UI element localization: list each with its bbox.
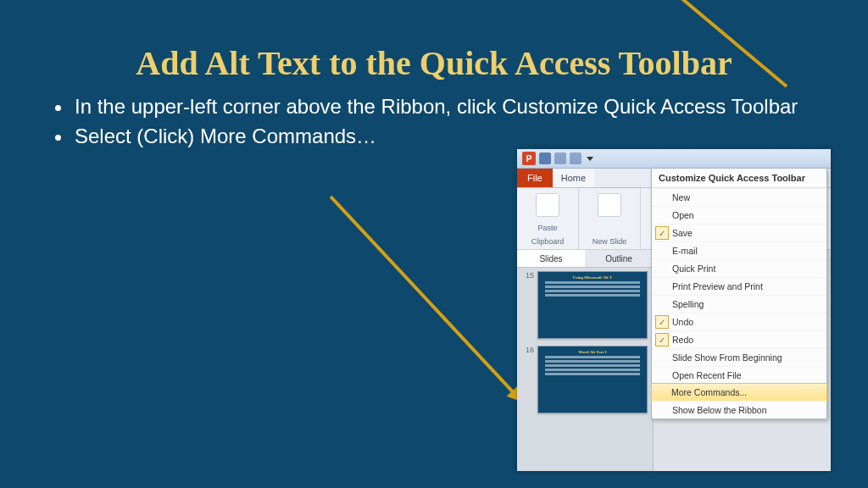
- preview-title: Word Alt Text I: [542, 350, 643, 354]
- menu-item-label: E-mail: [672, 246, 698, 256]
- paste-label: Paste: [522, 224, 573, 232]
- paste-icon: [536, 193, 559, 217]
- menu-item-label: Open: [672, 210, 694, 220]
- slides-group: New Slide: [579, 188, 641, 249]
- qat-dropdown-menu: Customize Quick Access Toolbar NewOpen✓S…: [651, 168, 827, 419]
- redo-icon: [570, 152, 581, 164]
- menu-item-label: Print Preview and Print: [672, 281, 763, 291]
- bullet-item: In the upper-left corner above the Ribbo…: [73, 95, 817, 119]
- menu-item-label: Undo: [672, 317, 693, 327]
- menu-item[interactable]: More Commands...: [651, 383, 827, 402]
- file-tab: File: [517, 169, 553, 187]
- slide-number: 15: [522, 271, 534, 339]
- menu-item[interactable]: Slide Show From Beginning: [652, 348, 826, 366]
- clipboard-label: Clipboard: [522, 237, 573, 246]
- menu-item-label: Show Below the Ribbon: [672, 405, 767, 415]
- clipboard-group: Paste Clipboard: [517, 188, 579, 249]
- slide-preview: Word Alt Text I: [537, 346, 648, 413]
- chevron-down-icon: [587, 157, 593, 161]
- menu-item-label: Slide Show From Beginning: [672, 352, 782, 363]
- menu-item[interactable]: Print Preview and Print: [652, 277, 826, 295]
- bullet-item: Select (Click) More Commands…: [73, 125, 817, 149]
- powerpoint-screenshot: P File Home Paste Clipboard New Slide Sl…: [517, 149, 831, 471]
- menu-header: Customize Quick Access Toolbar: [652, 169, 826, 188]
- menu-item[interactable]: New: [652, 188, 826, 206]
- slide-thumbnail: 16 Word Alt Text I: [522, 346, 648, 413]
- menu-item-label: Spelling: [672, 299, 704, 309]
- menu-item[interactable]: ✓Undo: [652, 313, 826, 330]
- slide-thumbnail: 15 Using Microsoft Alt T: [522, 271, 648, 339]
- menu-item[interactable]: Show Below the Ribbon: [652, 401, 826, 419]
- preview-title: Using Microsoft Alt T: [542, 275, 643, 280]
- check-icon: ✓: [655, 315, 669, 329]
- menu-item-label: Open Recent File: [672, 370, 742, 380]
- menu-item[interactable]: Open: [652, 206, 826, 224]
- slide-title: Add Alt Text to the Quick Access Toolbar: [0, 43, 868, 83]
- menu-item[interactable]: Open Recent File: [652, 366, 826, 384]
- menu-item-label: New: [672, 192, 690, 202]
- save-icon: [539, 152, 551, 164]
- menu-item-label: More Commands...: [671, 387, 747, 397]
- new-slide-icon: [598, 193, 621, 217]
- menu-item[interactable]: Quick Print: [652, 259, 826, 277]
- outline-tab: Outline: [585, 250, 653, 267]
- menu-item[interactable]: ✓Save: [652, 224, 826, 241]
- menu-item-label: Quick Print: [672, 263, 715, 274]
- powerpoint-icon: P: [522, 152, 536, 165]
- thumbnail-pane: Slides Outline 15 Using Microsoft Alt T …: [517, 250, 654, 471]
- undo-icon: [554, 152, 566, 164]
- slides-tab: Slides: [517, 250, 585, 267]
- check-icon: ✓: [655, 333, 669, 347]
- home-tab: Home: [553, 169, 594, 187]
- slide-preview: Using Microsoft Alt T: [537, 271, 648, 339]
- new-slide-label: New Slide: [584, 237, 635, 246]
- menu-item[interactable]: Spelling: [652, 295, 826, 313]
- menu-item-label: Redo: [672, 335, 693, 345]
- bullet-list: In the upper-left corner above the Ribbo…: [53, 95, 817, 154]
- annotation-arrow: [330, 196, 523, 402]
- check-icon: ✓: [655, 226, 669, 240]
- slide-number: 16: [522, 346, 534, 413]
- menu-item[interactable]: E-mail: [652, 241, 826, 259]
- menu-item-label: Save: [672, 228, 693, 238]
- menu-item[interactable]: ✓Redo: [652, 330, 826, 348]
- quick-access-toolbar: P: [517, 149, 831, 169]
